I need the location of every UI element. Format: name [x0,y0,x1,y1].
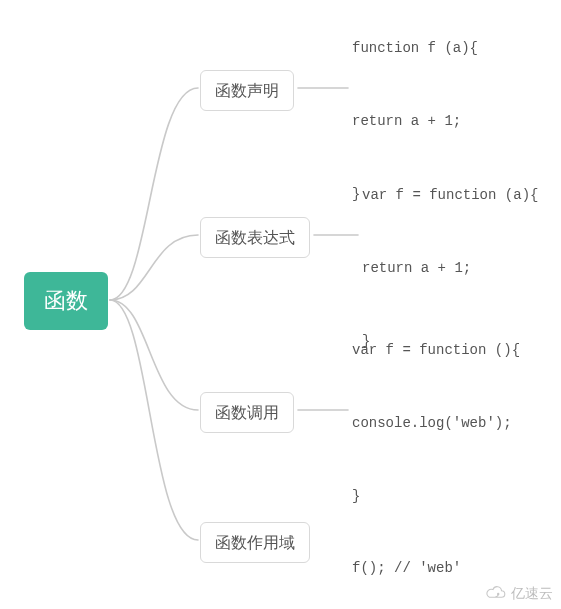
watermark: 亿速云 [485,585,553,603]
cloud-icon [485,586,507,602]
child-label: 函数表达式 [215,229,295,246]
child-label: 函数调用 [215,404,279,421]
child-node-expression[interactable]: 函数表达式 [200,217,310,258]
child-node-declaration[interactable]: 函数声明 [200,70,294,111]
root-label: 函数 [44,288,88,313]
child-node-scope[interactable]: 函数作用域 [200,522,310,563]
root-node[interactable]: 函数 [24,272,108,330]
mindmap-canvas: 函数 函数声明 function f (a){ return a + 1; } … [0,0,561,609]
child-label: 函数声明 [215,82,279,99]
child-node-invocation[interactable]: 函数调用 [200,392,294,433]
child-label: 函数作用域 [215,534,295,551]
code-block-invocation: var f = function (){ console.log('web');… [352,332,520,587]
watermark-text: 亿速云 [511,585,553,603]
